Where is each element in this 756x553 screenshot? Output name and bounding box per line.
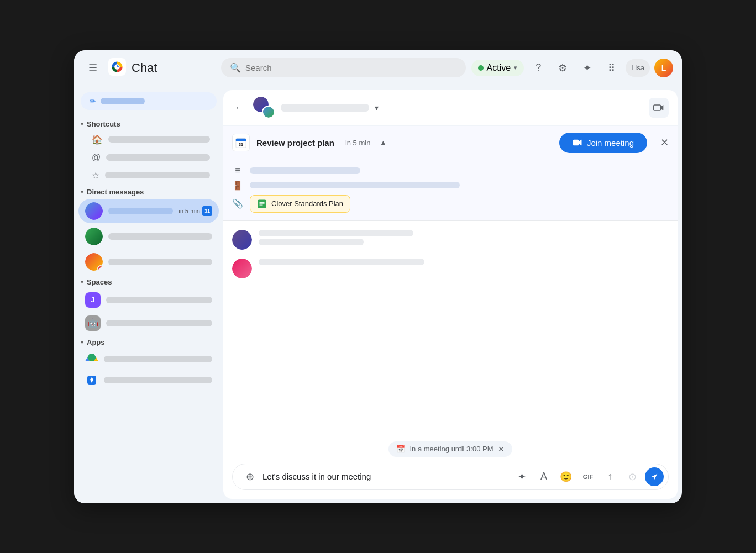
- video-call-button[interactable]: [649, 98, 669, 118]
- dm-name-3: [108, 259, 212, 265]
- drive-icon: [85, 352, 98, 366]
- format-button[interactable]: A: [534, 467, 553, 486]
- search-icon: 🔍: [230, 62, 241, 73]
- input-area: ⊕ ✦ A 🙂 GIF ↑ ⊙: [223, 459, 678, 499]
- upload-button[interactable]: ↑: [601, 467, 620, 486]
- space-item-bot[interactable]: 🤖: [78, 312, 219, 334]
- dm-item-2[interactable]: [78, 224, 219, 249]
- svg-rect-12: [260, 204, 263, 205]
- message-input[interactable]: [262, 472, 509, 481]
- shortcut-label: [106, 154, 210, 161]
- sidebar: ✏ ▾ Shortcuts 🏠 @ ☆ ▾: [74, 86, 223, 503]
- gemini-button[interactable]: ✦: [577, 58, 597, 78]
- search-bar: 🔍: [221, 58, 466, 77]
- app-window: ☰ Chat 🔍: [74, 50, 682, 503]
- chat-title: [281, 104, 369, 112]
- meeting-details: ≡ 🚪 📎: [223, 160, 678, 221]
- attachment-row: 📎 Clover Standards Plan: [232, 195, 669, 213]
- diamond-icon: [85, 373, 98, 387]
- space-avatar-j: J: [85, 292, 101, 308]
- title-chevron-icon[interactable]: ▾: [375, 103, 379, 112]
- record-button[interactable]: ⊙: [623, 467, 642, 486]
- sparkle-button[interactable]: ✦: [512, 467, 531, 486]
- status-dot: [478, 65, 484, 71]
- main-body: ✏ ▾ Shortcuts 🏠 @ ☆ ▾: [74, 86, 682, 503]
- close-banner-button[interactable]: ✕: [660, 136, 669, 149]
- search-input[interactable]: [245, 63, 457, 72]
- list-icon: ≡: [232, 166, 243, 176]
- svg-text:31: 31: [239, 142, 243, 147]
- send-button[interactable]: [645, 467, 664, 486]
- google-apps-button[interactable]: ⠿: [601, 58, 621, 78]
- dm-name-2: [108, 233, 212, 240]
- svg-rect-10: [260, 202, 265, 203]
- meeting-status-text: In a meeting until 3:00 PM: [410, 445, 493, 453]
- meeting-title: Review project plan: [256, 138, 334, 148]
- dm-section-header[interactable]: ▾ Direct messages: [74, 185, 223, 198]
- expand-banner-button[interactable]: ▲: [379, 138, 387, 147]
- dismiss-status-button[interactable]: ✕: [498, 445, 505, 454]
- user-avatar[interactable]: L: [654, 59, 673, 77]
- settings-button[interactable]: ⚙: [553, 58, 573, 78]
- message-row-1: [232, 230, 669, 250]
- spaces-section-header[interactable]: ▾ Spaces: [74, 275, 223, 288]
- chevron-icon: ▾: [81, 189, 83, 195]
- sidebar-item-mentions[interactable]: @: [78, 149, 219, 166]
- shortcuts-title: Shortcuts: [87, 120, 120, 128]
- app-title: Chat: [132, 61, 157, 75]
- app-logo: [108, 58, 126, 78]
- shortcuts-section-header[interactable]: ▾ Shortcuts: [74, 117, 223, 130]
- detail-row-2: 🚪: [232, 180, 669, 191]
- attachment-chip[interactable]: Clover Standards Plan: [250, 195, 350, 213]
- chat-header: ← ▾: [223, 90, 678, 126]
- star-icon: ☆: [92, 170, 99, 181]
- help-button[interactable]: ?: [528, 58, 548, 78]
- status-bar-wrap: 📅 In a meeting until 3:00 PM ✕: [223, 439, 678, 459]
- space-avatar-bot: 🤖: [85, 315, 101, 331]
- msg-line-1: [259, 230, 413, 236]
- video-icon: [653, 103, 664, 112]
- status-bar: 📅 In a meeting until 3:00 PM ✕: [389, 441, 512, 457]
- detail-content-1: [250, 167, 360, 174]
- msg-content-2: [259, 259, 424, 265]
- calendar-icon: 31: [232, 134, 250, 151]
- back-button[interactable]: ←: [232, 99, 248, 116]
- dm-item-3[interactable]: !: [78, 250, 219, 274]
- sheets-icon: [257, 199, 267, 209]
- input-box: ⊕ ✦ A 🙂 GIF ↑ ⊙: [232, 464, 669, 490]
- new-chat-button[interactable]: ✏: [81, 92, 217, 110]
- menu-button[interactable]: ☰: [83, 58, 103, 78]
- door-icon: 🚪: [232, 180, 243, 191]
- add-button[interactable]: ⊕: [240, 467, 259, 486]
- sidebar-item-home[interactable]: 🏠: [78, 131, 219, 148]
- new-chat-icon: ✏: [90, 97, 96, 106]
- space-item-j[interactable]: J: [78, 289, 219, 311]
- shortcut-label: [108, 136, 210, 143]
- dm-item-active[interactable]: in 5 min 31: [78, 199, 219, 223]
- search-wrap[interactable]: 🔍: [221, 58, 466, 77]
- sidebar-item-starred[interactable]: ☆: [78, 167, 219, 184]
- dm-time: in 5 min: [179, 208, 200, 214]
- chevron-down-icon: ▾: [514, 64, 517, 71]
- svg-rect-3: [654, 105, 661, 110]
- space-label-2: [106, 320, 212, 326]
- at-icon: @: [92, 152, 101, 162]
- new-chat-label: [101, 98, 145, 104]
- app-label-diamond: [104, 377, 212, 383]
- msg-line-2: [259, 239, 364, 245]
- app-item-drive[interactable]: [78, 349, 219, 369]
- meeting-time: in 5 min: [345, 139, 371, 147]
- apps-title: Apps: [87, 338, 105, 346]
- detail-row-1: ≡: [232, 166, 669, 176]
- apps-section-header[interactable]: ▾ Apps: [74, 335, 223, 349]
- gif-button[interactable]: GIF: [579, 467, 597, 486]
- detail-content-2: [250, 182, 460, 188]
- home-icon: 🏠: [92, 134, 103, 145]
- app-item-diamond[interactable]: [78, 370, 219, 390]
- status-pill[interactable]: Active ▾: [471, 60, 524, 76]
- join-meeting-button[interactable]: Join meeting: [559, 133, 647, 153]
- emoji-button[interactable]: 🙂: [556, 467, 575, 486]
- messages-area: [223, 221, 678, 439]
- svg-rect-11: [260, 203, 265, 204]
- dm-avatar-group: [85, 202, 103, 220]
